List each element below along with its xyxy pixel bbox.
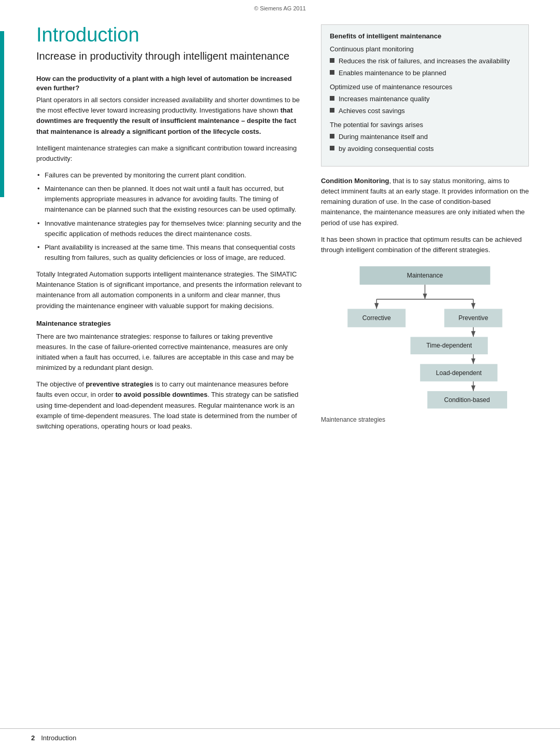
footer-page-number: 2 xyxy=(31,734,35,742)
main-bullet-list: Failures can be prevented by monitoring … xyxy=(36,170,305,263)
copyright-bar: © Siemens AG 2011 xyxy=(0,0,560,14)
benefits-title: Benefits of intelligent maintenance xyxy=(330,32,520,40)
diagram-corrective-label: Corrective xyxy=(362,314,391,322)
bullet-item-1: Failures can be prevented by monitoring … xyxy=(36,170,305,181)
footer-label: Introduction xyxy=(41,734,76,742)
right-column: Benefits of intelligent maintenance Cont… xyxy=(321,24,529,438)
left-column: Introduction Increase in productivity th… xyxy=(36,24,305,438)
section2-list: Increases maintenance quality Achieves c… xyxy=(330,94,520,116)
page-subtitle: Increase in productivity through intelli… xyxy=(36,49,305,63)
square-bullet-icon xyxy=(330,58,334,63)
section3-item-2: by avoiding consequential costs xyxy=(330,144,520,154)
maintenance-diagram: Maintenance Corrective Preventive xyxy=(321,261,529,423)
diagram-condition-label: Condition-based xyxy=(444,396,490,404)
strategies-para1: There are two maintenance strategies: re… xyxy=(36,331,305,374)
diagram-top-label: Maintenance xyxy=(407,272,443,279)
copyright-text: © Siemens AG 2011 xyxy=(254,5,306,11)
results-para: It has been shown in practice that optim… xyxy=(321,234,529,255)
section1-item-1: Reduces the risk of failures, and increa… xyxy=(330,56,520,66)
strategies-para2: The objective of preventive strategies i… xyxy=(36,379,305,432)
intro-para1-text: Plant operators in all sectors consider … xyxy=(36,96,300,135)
section2-label: Optimized use of maintenance resources xyxy=(330,83,520,91)
square-bullet-icon xyxy=(330,146,334,150)
diagram-preventive-label: Preventive xyxy=(458,314,488,322)
square-bullet-icon xyxy=(330,108,334,113)
page-footer: 2 Introduction xyxy=(0,728,560,747)
benefits-box: Benefits of intelligent maintenance Cont… xyxy=(321,24,529,167)
diagram-caption: Maintenance strategies xyxy=(321,416,529,423)
condition-para: Condition Monitoring, that is to say sta… xyxy=(321,176,529,228)
section3-label: The potential for savings arises xyxy=(330,121,520,129)
section1-label: Continuous plant monitoring xyxy=(330,45,520,53)
bullet-item-2: Maintenance can then be planned. It does… xyxy=(36,184,305,215)
section3-list: During maintenance itself and by avoidin… xyxy=(330,132,520,154)
section2-item-2: Achieves cost savings xyxy=(330,106,520,116)
diagram-time-label: Time-dependent xyxy=(426,342,472,349)
diagram-load-label: Load-dependent xyxy=(436,369,482,377)
section1-item-2: Enables maintenance to be planned xyxy=(330,68,520,78)
intro-para1: Plant operators in all sectors consider … xyxy=(36,95,305,137)
square-bullet-icon xyxy=(330,134,334,139)
intro-para2: Intelligent maintenance strategies can m… xyxy=(36,143,305,164)
page-title: Introduction xyxy=(36,24,305,46)
content-wrapper: Introduction Increase in productivity th… xyxy=(0,14,560,469)
section1-list: Reduces the risk of failures, and increa… xyxy=(330,56,520,78)
left-accent-bar xyxy=(0,31,4,197)
page-container: © Siemens AG 2011 Introduction Increase … xyxy=(0,0,560,747)
section3-item-1: During maintenance itself and xyxy=(330,132,520,142)
tia-para: Totally Integrated Automation supports i… xyxy=(36,269,305,311)
square-bullet-icon xyxy=(330,96,334,101)
bullet-item-3: Innovative maintenance strategies pay fo… xyxy=(36,218,305,239)
diagram-svg: Maintenance Corrective Preventive xyxy=(321,261,529,411)
section2-item-1: Increases maintenance quality xyxy=(330,94,520,104)
intro-question: How can the productivity of a plant with… xyxy=(36,74,305,93)
bullet-item-4: Plant availability is increased at the s… xyxy=(36,242,305,263)
strategies-heading: Maintenance strategies xyxy=(36,320,305,327)
square-bullet-icon xyxy=(330,70,334,75)
